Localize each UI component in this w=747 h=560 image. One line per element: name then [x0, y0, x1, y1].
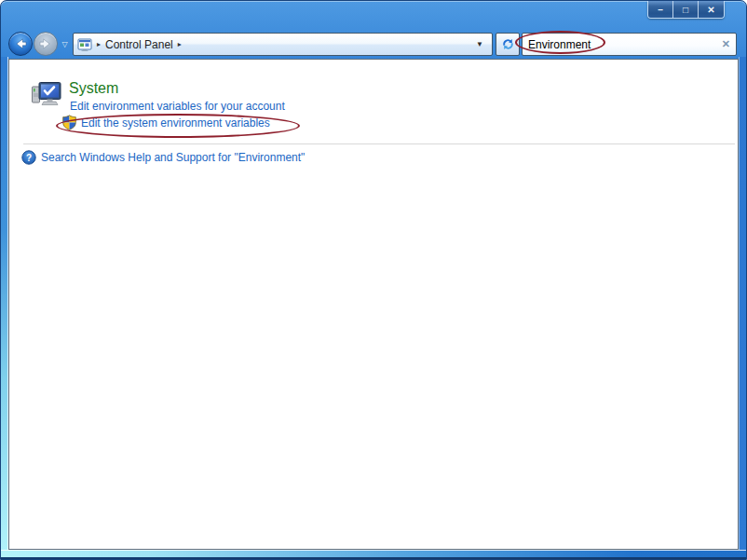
caption-buttons: – □ ✕: [647, 1, 725, 19]
address-dropdown-button[interactable]: ▼: [471, 40, 488, 48]
explorer-window: – □ ✕ ▽ ▸ Control: [0, 0, 747, 560]
link-edit-user-environment-variables[interactable]: Edit environment variables for your acco…: [70, 100, 285, 113]
maximize-button[interactable]: □: [673, 1, 699, 19]
refresh-icon: [501, 37, 515, 51]
back-icon: [9, 33, 32, 55]
back-button[interactable]: [8, 32, 33, 56]
forward-button[interactable]: [34, 32, 58, 56]
close-icon: ✕: [707, 6, 714, 15]
address-bar[interactable]: ▸ Control Panel ▸ ▼: [73, 33, 493, 56]
divider: [23, 143, 735, 144]
uac-shield-icon: [61, 115, 77, 130]
minimize-button[interactable]: –: [648, 1, 673, 19]
minimize-icon: –: [658, 6, 663, 15]
control-panel-icon: [77, 37, 92, 52]
svg-text:?: ?: [26, 153, 32, 163]
search-box[interactable]: ✕: [522, 33, 737, 56]
close-button[interactable]: ✕: [699, 1, 724, 19]
search-input[interactable]: [528, 38, 722, 51]
refresh-button[interactable]: [496, 33, 520, 56]
window-border-bottom: [1, 550, 746, 559]
window-border-right: [739, 57, 746, 551]
results-panel: System Edit environment variables for yo…: [8, 59, 739, 550]
system-icon: [31, 79, 62, 111]
edit-system-environment-row[interactable]: Edit the system environment variables: [61, 115, 270, 130]
help-icon: ?: [21, 150, 36, 165]
recent-pages-icon: ▽: [61, 40, 67, 48]
breadcrumb-arrow-icon[interactable]: ▸: [178, 41, 182, 48]
recent-pages-button[interactable]: ▽: [59, 38, 71, 50]
forward-icon: [34, 33, 57, 55]
window-border-left: [1, 57, 8, 551]
maximize-icon: □: [683, 6, 688, 15]
breadcrumb-item-control-panel[interactable]: Control Panel: [105, 38, 173, 51]
link-search-windows-help[interactable]: Search Windows Help and Support for "Env…: [41, 151, 305, 164]
link-edit-system-environment-variables[interactable]: Edit the system environment variables: [81, 116, 270, 130]
result-group-title[interactable]: System: [69, 80, 118, 97]
clear-search-button[interactable]: ✕: [722, 39, 730, 49]
help-row[interactable]: ? Search Windows Help and Support for "E…: [21, 150, 305, 165]
breadcrumb-arrow-icon[interactable]: ▸: [97, 41, 101, 48]
titlebar[interactable]: – □ ✕: [1, 1, 746, 27]
